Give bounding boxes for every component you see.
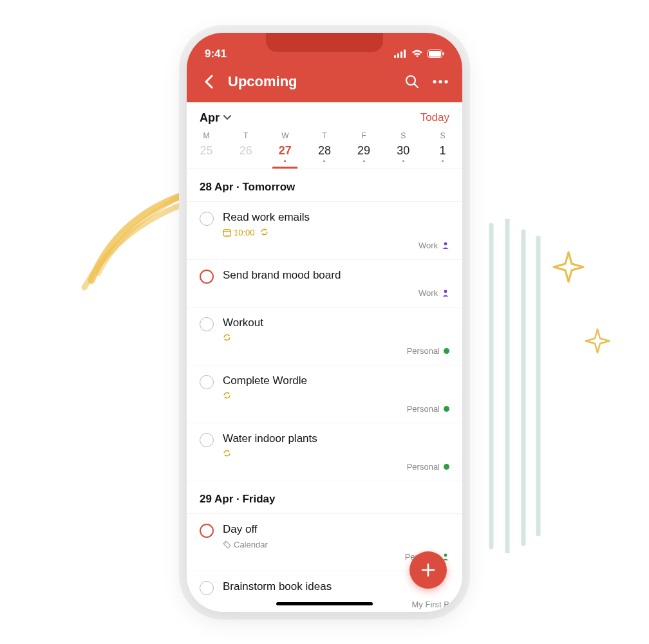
day-number: 30 bbox=[384, 144, 423, 158]
day-column[interactable]: F29 bbox=[344, 129, 384, 169]
chevron-left-icon bbox=[204, 75, 213, 89]
ellipsis-icon bbox=[433, 80, 448, 84]
person-icon bbox=[442, 289, 449, 297]
search-button[interactable] bbox=[403, 73, 421, 91]
task-row[interactable]: Water indoor plantsPersonal bbox=[187, 423, 462, 481]
project-label: Personal bbox=[407, 346, 440, 356]
task-project[interactable]: My First B bbox=[412, 597, 450, 609]
task-project[interactable]: Work bbox=[419, 286, 449, 298]
task-meta: Calendar bbox=[223, 540, 449, 549]
task-checkbox[interactable] bbox=[200, 375, 214, 389]
recurring-icon bbox=[223, 333, 231, 344]
svg-rect-5 bbox=[397, 53, 399, 58]
add-task-button[interactable] bbox=[409, 551, 447, 589]
day-column[interactable]: S1 bbox=[423, 129, 462, 169]
day-number: 29 bbox=[344, 144, 384, 158]
today-button[interactable]: Today bbox=[420, 111, 449, 124]
project-color-dot bbox=[444, 464, 449, 470]
project-label: Personal bbox=[407, 462, 440, 472]
tag-icon bbox=[223, 540, 231, 549]
task-label: Calendar bbox=[223, 540, 268, 549]
task-row[interactable]: WorkoutPersonal bbox=[187, 308, 462, 365]
status-time: 9:41 bbox=[205, 48, 227, 60]
task-body: Read work emails10:00Work bbox=[223, 211, 449, 250]
recurring-icon bbox=[223, 449, 231, 459]
project-color-dot bbox=[444, 406, 449, 412]
month-label: Apr bbox=[200, 111, 220, 125]
home-indicator bbox=[276, 602, 373, 605]
day-column[interactable]: M25 bbox=[187, 129, 226, 169]
decoration-teal-lines bbox=[482, 219, 546, 553]
day-number: 28 bbox=[305, 144, 344, 158]
svg-rect-10 bbox=[443, 52, 444, 55]
task-row[interactable]: Read work emails10:00Work bbox=[187, 202, 462, 260]
recurring-icon bbox=[223, 391, 231, 401]
project-label: Personal bbox=[407, 404, 440, 414]
day-letter: F bbox=[344, 131, 384, 140]
chevron-down-icon bbox=[223, 115, 231, 120]
page-title: Upcoming bbox=[228, 73, 393, 90]
day-number: 26 bbox=[226, 144, 265, 158]
day-number: 27 bbox=[265, 144, 305, 158]
task-title: Complete Wordle bbox=[223, 374, 449, 387]
task-checkbox[interactable] bbox=[200, 317, 214, 331]
nav-bar: Upcoming bbox=[187, 64, 462, 102]
task-checkbox[interactable] bbox=[200, 212, 214, 226]
decoration-sparkle bbox=[585, 328, 610, 354]
svg-point-19 bbox=[444, 290, 447, 293]
day-column[interactable]: W27 bbox=[265, 129, 305, 169]
task-checkbox[interactable] bbox=[200, 524, 214, 538]
task-list[interactable]: 28 Apr · TomorrowRead work emails10:00Wo… bbox=[187, 169, 462, 612]
day-indicator-dot bbox=[323, 160, 325, 162]
day-indicator-dot bbox=[284, 160, 286, 162]
plus-icon bbox=[420, 562, 437, 578]
section-header: 28 Apr · Tomorrow bbox=[187, 169, 462, 202]
task-row[interactable]: Complete WordlePersonal bbox=[187, 365, 462, 423]
more-button[interactable] bbox=[431, 73, 449, 91]
task-project[interactable]: Personal bbox=[407, 401, 449, 414]
task-body: Complete WordlePersonal bbox=[223, 374, 449, 414]
decoration-sparkle bbox=[552, 251, 585, 283]
task-project[interactable]: Personal bbox=[407, 344, 449, 356]
week-strip: M25T26W27T28F29S30S1 bbox=[187, 129, 462, 169]
svg-point-14 bbox=[438, 80, 442, 83]
day-letter: S bbox=[423, 131, 462, 140]
task-checkbox[interactable] bbox=[200, 270, 214, 284]
task-project[interactable]: Personal bbox=[407, 459, 449, 472]
day-number: 25 bbox=[187, 144, 226, 158]
task-checkbox[interactable] bbox=[200, 433, 214, 447]
recurring-icon bbox=[260, 228, 268, 238]
task-title: Send brand mood board bbox=[223, 269, 449, 282]
svg-rect-4 bbox=[394, 55, 396, 58]
day-column[interactable]: T26 bbox=[226, 129, 265, 169]
month-selector[interactable]: Apr bbox=[200, 111, 231, 125]
task-time: 10:00 bbox=[223, 228, 255, 237]
svg-point-13 bbox=[433, 80, 436, 83]
battery-icon bbox=[428, 50, 444, 58]
day-number: 1 bbox=[423, 144, 462, 158]
section-header: 29 Apr · Friday bbox=[187, 481, 462, 514]
task-meta bbox=[223, 333, 449, 344]
task-title: Workout bbox=[223, 317, 449, 329]
task-checkbox[interactable] bbox=[200, 581, 214, 595]
day-column[interactable]: T28 bbox=[305, 129, 344, 169]
search-icon bbox=[405, 75, 419, 89]
project-label: Work bbox=[419, 288, 438, 298]
task-meta bbox=[223, 449, 449, 459]
svg-rect-6 bbox=[400, 51, 402, 58]
phone-frame: 9:41 Upcoming Apr Today M25T2 bbox=[187, 33, 462, 612]
back-button[interactable] bbox=[200, 73, 218, 91]
task-body: Water indoor plantsPersonal bbox=[223, 432, 449, 472]
day-column[interactable]: S30 bbox=[384, 129, 423, 169]
task-row[interactable]: Send brand mood boardWork bbox=[187, 260, 462, 308]
task-body: WorkoutPersonal bbox=[223, 317, 449, 356]
day-letter: M bbox=[187, 131, 226, 140]
wifi-icon bbox=[411, 50, 423, 58]
task-body: Send brand mood boardWork bbox=[223, 269, 449, 298]
project-label: Work bbox=[419, 241, 438, 250]
task-project[interactable]: Work bbox=[419, 238, 449, 250]
project-label: My First B bbox=[412, 600, 450, 609]
calendar-icon bbox=[223, 228, 231, 237]
day-letter: T bbox=[305, 131, 344, 140]
day-indicator-dot bbox=[442, 160, 444, 162]
